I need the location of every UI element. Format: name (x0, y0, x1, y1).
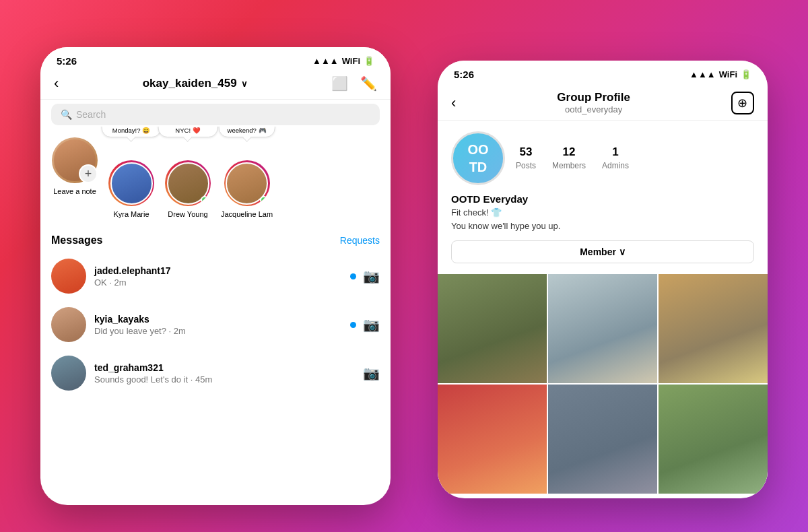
group-bio: Fit check! 👕 You know we'll hype you up. (451, 206, 754, 232)
video-icon[interactable]: ⬜ (331, 75, 348, 92)
edit-icon[interactable]: ✏️ (360, 75, 377, 92)
story-avatar-kyra (108, 160, 154, 206)
online-dot-jacqueline (260, 196, 268, 204)
story-label-self: Leave a note (53, 187, 96, 195)
search-bar[interactable]: 🔍 Search (51, 104, 380, 125)
group-bio-line1: Fit check! 👕 (451, 207, 502, 218)
signal-icon: ▲▲▲ (312, 56, 339, 66)
time-right: 5:26 (454, 69, 474, 80)
battery-icon: 🔋 (364, 56, 374, 66)
stat-admins: 1 Admins (602, 145, 629, 171)
group-stats: 53 Posts 12 Members 1 Admins (516, 145, 629, 171)
story-avatar-drew (165, 160, 211, 206)
story-label-drew: Drew Young (168, 210, 207, 218)
stat-posts-label: Posts (516, 161, 536, 170)
messages-section: Messages Requests jaded.elephant17 OK · … (40, 228, 391, 397)
stat-admins-value: 1 (602, 145, 629, 159)
status-icons-left: ▲▲▲ WiFi 🔋 (312, 56, 374, 66)
camera-icon-1[interactable]: 📷 (363, 317, 380, 333)
photo-cell-3[interactable] (659, 274, 768, 383)
stat-members-label: Members (552, 161, 586, 170)
status-icons-right: ▲▲▲ WiFi 🔋 (689, 69, 751, 79)
wifi-icon-right: WiFi (719, 69, 737, 79)
chevron-down-icon: ∨ (241, 79, 248, 89)
messages-title: Messages (51, 234, 103, 246)
msg-avatar-2 (51, 356, 86, 391)
unread-dot-0 (350, 273, 356, 279)
group-profile-section: OOTD 53 Posts 12 Members 1 Admins (438, 121, 768, 274)
msg-avatar-0 (51, 259, 86, 294)
message-item-1[interactable]: kyia_kayaks Did you leave yet? · 2m 📷 (51, 300, 380, 349)
camera-icon-0[interactable]: 📷 (363, 268, 380, 284)
wifi-icon: WiFi (342, 56, 360, 66)
photo-cell-2[interactable] (548, 274, 657, 383)
group-avatar-text: OOTD (467, 142, 488, 174)
signal-icon-right: ▲▲▲ (689, 69, 716, 79)
story-note-jacqueline: Game night thisweekend? 🎮 (218, 127, 275, 137)
member-button[interactable]: Member ∨ (451, 240, 754, 263)
message-item-0[interactable]: jaded.elephant17 OK · 2m 📷 (51, 252, 380, 300)
camera-icon-2[interactable]: 📷 (363, 365, 380, 381)
status-bar-right: 5:26 ▲▲▲ WiFi 🔋 (438, 61, 768, 84)
msg-content-0: jaded.elephant17 OK · 2m (94, 265, 342, 288)
msg-avatar-1 (51, 307, 86, 342)
msg-actions-2: 📷 (363, 365, 380, 381)
story-item-self[interactable]: + Leave a note (51, 137, 98, 218)
photo-cell-5[interactable] (548, 385, 657, 494)
story-item-kyra[interactable]: Why is tomorrowMonday!? 😄 Kyra Marie (108, 137, 155, 218)
time-left: 5:26 (57, 55, 77, 67)
story-label-jacqueline: Jacqueline Lam (221, 210, 273, 218)
group-info-row: OOTD 53 Posts 12 Members 1 Admins (451, 131, 754, 185)
message-item-2[interactable]: ted_graham321 Sounds good! Let's do it ·… (51, 349, 380, 397)
stat-posts-value: 53 (516, 145, 536, 159)
status-bar-left: 5:26 ▲▲▲ WiFi 🔋 (40, 47, 391, 71)
back-button-left[interactable]: ‹ (54, 75, 59, 92)
photo-cell-6[interactable] (659, 385, 768, 494)
msg-content-2: ted_graham321 Sounds good! Let's do it ·… (94, 362, 355, 385)
right-phone: 5:26 ▲▲▲ WiFi 🔋 ‹ Group Profile ootd_eve… (438, 61, 768, 498)
stat-members: 12 Members (552, 145, 586, 171)
msg-username-0: jaded.elephant17 (94, 265, 342, 276)
group-nav-subtitle: ootd_everyday (557, 104, 630, 114)
msg-actions-1: 📷 (350, 317, 380, 333)
search-placeholder: Search (76, 109, 106, 120)
group-name: OOTD Everyday (451, 193, 754, 205)
story-note-drew: Finally landing inNYC! ❤️ (158, 127, 218, 137)
msg-username-2: ted_graham321 (94, 362, 355, 373)
nav-icons-right: ⬜ ✏️ (331, 75, 377, 92)
battery-icon-right: 🔋 (741, 69, 751, 79)
messages-header: Messages Requests (51, 228, 380, 252)
left-phone: 5:26 ▲▲▲ WiFi 🔋 ‹ okay_kaiden_459 ∨ ⬜ ✏️… (40, 47, 391, 505)
stat-members-value: 12 (552, 145, 586, 159)
story-label-kyra: Kyra Marie (113, 210, 149, 218)
group-description: OOTD Everyday Fit check! 👕 You know we'l… (451, 193, 754, 232)
stories-row: + Leave a note Why is tomorrowMonday!? 😄… (40, 127, 391, 225)
add-square-button[interactable]: ⊕ (731, 92, 754, 114)
member-button-label: Member ∨ (580, 246, 626, 257)
story-avatar-wrap-self: + (52, 137, 98, 183)
nav-username[interactable]: okay_kaiden_459 (143, 77, 237, 90)
group-nav-center: Group Profile ootd_everyday (557, 91, 630, 114)
msg-preview-2: Sounds good! Let's do it · 45m (94, 374, 355, 385)
msg-content-1: kyia_kayaks Did you leave yet? · 2m (94, 314, 342, 336)
photo-grid (438, 274, 768, 494)
msg-actions-0: 📷 (350, 268, 380, 284)
msg-username-1: kyia_kayaks (94, 314, 342, 325)
stat-posts: 53 Posts (516, 145, 536, 171)
msg-preview-1: Did you leave yet? · 2m (94, 326, 342, 336)
story-item-drew[interactable]: Finally landing inNYC! ❤️ Drew Young (164, 137, 211, 218)
group-nav: ‹ Group Profile ootd_everyday ⊕ (438, 84, 768, 121)
msg-preview-0: OK · 2m (94, 277, 342, 288)
requests-link[interactable]: Requests (340, 235, 380, 246)
story-item-jacqueline[interactable]: Game night thisweekend? 🎮 Jacqueline Lam (221, 137, 273, 218)
add-story-button[interactable]: + (79, 164, 98, 183)
photo-cell-1[interactable] (438, 274, 547, 383)
photo-cell-4[interactable] (438, 385, 547, 494)
group-avatar: OOTD (451, 131, 505, 185)
online-dot-drew (201, 196, 209, 204)
back-button-right[interactable]: ‹ (451, 94, 456, 112)
nav-center-left: okay_kaiden_459 ∨ (143, 77, 248, 90)
group-bio-line2: You know we'll hype you up. (451, 221, 560, 231)
story-note-kyra: Why is tomorrowMonday!? 😄 (102, 127, 162, 137)
unread-dot-1 (350, 322, 356, 328)
